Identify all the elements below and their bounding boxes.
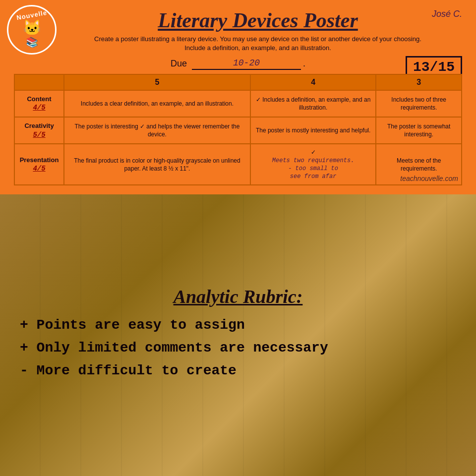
rubric-table: 5 4 3 Content 4/5 Includes bbox=[14, 74, 462, 186]
content-score: 4/5 bbox=[18, 103, 60, 113]
presentation-note: Meets two requirements.- too small tosee… bbox=[254, 157, 372, 181]
due-label: Due bbox=[171, 59, 187, 69]
bottom-section: Analytic Rubric: + Points are easy to as… bbox=[0, 194, 476, 476]
table-row: Presentation 4/5 The final product is in… bbox=[14, 144, 462, 185]
page-container: Nouvelle 🐱 📚 José C. Literary Devices Po… bbox=[0, 0, 476, 476]
content-col4: ✓ Includes a definition, an example, and… bbox=[250, 90, 376, 117]
page-title: Literary Devices Poster bbox=[158, 9, 358, 32]
due-row: Due 10-20 . 13/15 bbox=[14, 58, 462, 70]
checkmark-presentation: ✓ bbox=[311, 149, 316, 156]
presentation-score: 4/5 bbox=[18, 164, 60, 174]
content-col3: Includes two of three requirements. bbox=[376, 90, 462, 117]
subtitle: Create a poster illustrating a literary … bbox=[54, 35, 462, 53]
creativity-col5: The poster is interesting ✓ and helps th… bbox=[64, 117, 250, 144]
due-date: 10-20 bbox=[192, 58, 301, 70]
category-creativity: Creativity 5/5 bbox=[14, 117, 64, 144]
bullet-text-2: Only limited comments are necessary bbox=[37, 340, 328, 356]
books-icon: 📚 bbox=[26, 36, 38, 48]
table-row: Creativity 5/5 The poster is interesting… bbox=[14, 117, 462, 144]
creativity-col3: The poster is somewhat interesting. bbox=[376, 117, 462, 144]
bullet-plus-2: + bbox=[20, 340, 37, 356]
content-col5: Includes a clear definition, an example,… bbox=[64, 90, 250, 117]
list-item: + Points are easy to assign bbox=[20, 316, 456, 334]
due-period: . bbox=[303, 59, 305, 69]
col-header-5: 5 bbox=[64, 74, 250, 90]
table-wrapper: 5 4 3 Content 4/5 Includes bbox=[14, 74, 462, 186]
presentation-col5: The final product is in color or high-qu… bbox=[64, 144, 250, 185]
title-area: Literary Devices Poster Create a poster … bbox=[14, 9, 462, 53]
analytic-title: Analytic Rubric: bbox=[174, 286, 303, 307]
list-item: - More difficult to create bbox=[20, 362, 456, 380]
bullet-list: + Points are easy to assign + Only limit… bbox=[20, 316, 456, 385]
col-header-4: 4 bbox=[250, 74, 376, 90]
checkmark-content: ✓ bbox=[256, 96, 262, 103]
presentation-col4: ✓ Meets two requirements.- too small tos… bbox=[250, 144, 376, 185]
bullet-plus-1: + bbox=[20, 317, 37, 333]
cat-icon: 🐱 bbox=[23, 19, 41, 36]
watermark: teachnouvelle.com bbox=[400, 175, 458, 182]
rubric-section: Nouvelle 🐱 📚 José C. Literary Devices Po… bbox=[0, 0, 476, 194]
bullet-text-1: Points are easy to assign bbox=[37, 317, 245, 333]
logo-circle: Nouvelle 🐱 📚 bbox=[7, 5, 57, 55]
creativity-score: 5/5 bbox=[18, 130, 60, 140]
category-presentation: Presentation 4/5 bbox=[14, 144, 64, 185]
bullet-text-3: More difficult to create bbox=[37, 363, 237, 378]
bullet-minus-1: - bbox=[20, 363, 37, 378]
creativity-col4: The poster is mostly interesting and hel… bbox=[250, 117, 376, 144]
category-content: Content 4/5 bbox=[14, 90, 64, 117]
col-header-3: 3 bbox=[376, 74, 462, 90]
list-item: + Only limited comments are necessary bbox=[20, 339, 456, 357]
col-header-empty bbox=[14, 74, 64, 90]
table-row: Content 4/5 Includes a clear definition,… bbox=[14, 90, 462, 117]
student-name: José C. bbox=[432, 9, 462, 19]
table-header-row: 5 4 3 bbox=[14, 74, 462, 90]
